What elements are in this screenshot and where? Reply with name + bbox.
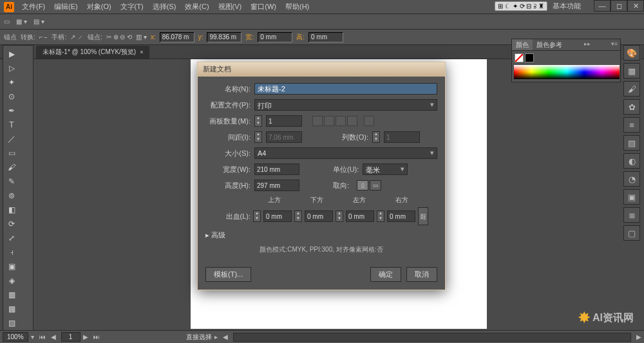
template-button[interactable]: 模板(T)...: [205, 267, 251, 282]
color-icon[interactable]: 🎨: [623, 45, 640, 60]
handle-icon[interactable]: ↗ ⟋: [70, 33, 84, 41]
name-input[interactable]: [254, 83, 437, 95]
tab-color[interactable]: 颜色: [512, 39, 533, 50]
width-input[interactable]: [254, 163, 299, 175]
menu-edit[interactable]: 编辑(E): [50, 1, 82, 13]
black-swatch[interactable]: [525, 53, 534, 62]
layers-icon[interactable]: ≣: [623, 207, 640, 223]
align-icons[interactable]: ▥ ▾: [136, 33, 147, 41]
maximize-button[interactable]: ◻: [611, 0, 627, 12]
menu-view[interactable]: 视图(V): [214, 1, 246, 13]
workspace-switcher[interactable]: 基本功能: [553, 1, 581, 11]
horizontal-scrollbar[interactable]: [233, 333, 631, 342]
bleed-left-stepper[interactable]: ▲▼: [336, 210, 343, 222]
menu-select[interactable]: 选择(S): [149, 1, 180, 13]
w-field[interactable]: [258, 32, 292, 42]
rectangle-tool[interactable]: ▭: [5, 147, 18, 160]
arrow-icon[interactable]: [364, 116, 374, 126]
bleed-bottom-stepper[interactable]: ▲▼: [294, 210, 302, 222]
artboards-stepper[interactable]: ▲▼: [254, 115, 262, 127]
artboards-input[interactable]: [266, 115, 302, 127]
menu-file[interactable]: 文件(F): [18, 1, 49, 13]
col-icon[interactable]: [347, 116, 357, 126]
menu-type[interactable]: 文字(T): [117, 1, 147, 13]
eraser-tool[interactable]: ◧: [5, 203, 18, 216]
menu-effect[interactable]: 效果(C): [181, 1, 213, 13]
advanced-toggle[interactable]: 高级: [205, 230, 437, 240]
grid-col-icon[interactable]: [324, 116, 334, 126]
convert-icon[interactable]: ⌐ ⨽: [39, 33, 48, 41]
close-button[interactable]: ✕: [627, 0, 644, 12]
units-select[interactable]: 毫米: [363, 163, 408, 175]
bleed-left-input[interactable]: [346, 210, 374, 222]
symbols-icon[interactable]: ✿: [623, 99, 640, 115]
pencil-tool[interactable]: ✎: [5, 175, 18, 188]
mesh-tool[interactable]: ▩: [5, 302, 18, 315]
swatches-icon[interactable]: ▦: [623, 63, 640, 79]
stroke-icon[interactable]: ≡: [623, 117, 640, 133]
blob-tool[interactable]: ⊚: [5, 189, 18, 202]
anchor-icons[interactable]: ✂ ⊕ ⊖ ⟲: [106, 33, 132, 41]
status-dropdown-icon[interactable]: ▸: [212, 333, 220, 340]
direct-selection-tool[interactable]: ▷: [5, 62, 18, 75]
collapse-panel-icon[interactable]: ▸▸: [582, 39, 593, 50]
y-field[interactable]: [207, 32, 242, 42]
menu-object[interactable]: 对象(O): [83, 1, 115, 13]
gradient-icon[interactable]: ▨: [623, 135, 640, 151]
perspective-tool[interactable]: ▦: [5, 288, 18, 301]
arrange-icon[interactable]: ▦ ▾: [16, 18, 27, 25]
view-icon[interactable]: ▤ ▾: [33, 18, 44, 25]
lasso-tool[interactable]: ⊙: [5, 90, 18, 103]
portrait-icon[interactable]: ▯: [357, 180, 368, 190]
rotate-tool[interactable]: ⟳: [5, 218, 18, 230]
type-tool[interactable]: T: [5, 118, 18, 131]
menu-help[interactable]: 帮助(H): [281, 1, 313, 13]
nav-next-icon[interactable]: ▶: [80, 333, 91, 340]
essentials-toolbar[interactable]: ⊞ ☾ ✦ ⟳ ⊟ ⫖ ♜: [495, 1, 547, 11]
none-swatch[interactable]: [515, 53, 524, 62]
brushes-icon[interactable]: 🖌: [623, 81, 640, 97]
appearance-icon[interactable]: ◔: [623, 171, 640, 187]
bleed-top-input[interactable]: [263, 210, 292, 222]
x-field[interactable]: [160, 32, 194, 42]
landscape-icon[interactable]: ▭: [370, 180, 381, 190]
nav-first-icon[interactable]: ⏮: [37, 333, 48, 340]
shape-builder-tool[interactable]: ◈: [5, 274, 18, 287]
height-input[interactable]: [254, 180, 299, 191]
selection-tool[interactable]: ▶: [5, 48, 18, 60]
transparency-icon[interactable]: ◐: [623, 153, 640, 169]
brush-tool[interactable]: 🖌: [5, 161, 18, 174]
scale-tool[interactable]: ⤢: [5, 232, 18, 245]
tab-color-guide[interactable]: 颜色参考: [533, 39, 566, 50]
bleed-bottom-input[interactable]: [305, 210, 333, 222]
bleed-right-stepper[interactable]: ▲▼: [377, 210, 384, 222]
color-spectrum[interactable]: [514, 65, 620, 79]
pen-tool[interactable]: ✒: [5, 104, 18, 117]
grid-row-icon[interactable]: [312, 116, 323, 126]
panel-menu-icon[interactable]: ▾≡: [609, 39, 620, 50]
close-tab-icon[interactable]: ×: [140, 49, 143, 55]
bleed-top-stepper[interactable]: ▲▼: [253, 210, 261, 222]
link-bleed-icon[interactable]: ⛓: [418, 207, 428, 225]
width-tool[interactable]: ⫞: [5, 246, 18, 259]
profile-select[interactable]: 打印: [254, 99, 437, 111]
artboard-index[interactable]: 1: [61, 332, 80, 342]
ok-button[interactable]: 确定: [370, 267, 401, 282]
gradient-tool[interactable]: ▨: [5, 317, 18, 329]
nav-prev-icon[interactable]: ◀: [48, 333, 59, 340]
document-tab[interactable]: 未标题-1* @ 100% (CMYK/预览) ×: [36, 46, 149, 59]
zoom-dropdown-icon[interactable]: ▾: [28, 333, 37, 340]
artboards-icon[interactable]: ▢: [623, 225, 640, 241]
graphic-styles-icon[interactable]: ▣: [623, 189, 640, 205]
menu-window[interactable]: 窗口(W): [247, 1, 280, 13]
h-field[interactable]: [308, 32, 343, 42]
nav-last-icon[interactable]: ⏭: [91, 333, 102, 340]
cancel-button[interactable]: 取消: [406, 267, 437, 282]
size-select[interactable]: A4: [254, 147, 437, 159]
free-transform-tool[interactable]: ▣: [5, 260, 18, 273]
line-tool[interactable]: ／: [5, 133, 18, 145]
magic-wand-tool[interactable]: ✦: [5, 76, 18, 89]
scroll-left-icon[interactable]: ◀: [220, 333, 231, 340]
row-icon[interactable]: [336, 116, 346, 126]
bleed-right-input[interactable]: [387, 210, 415, 222]
